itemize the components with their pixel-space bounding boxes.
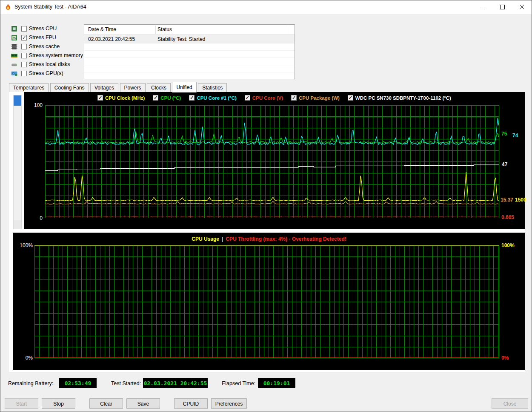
value-cpu-temp: 75 — [501, 131, 507, 137]
column-divider — [287, 26, 287, 34]
value-cpu-core1-temp: 74 — [512, 133, 518, 138]
maximize-button[interactable] — [492, 0, 512, 14]
stress-cache-label: Stress cache — [29, 43, 60, 49]
log-empty-row — [84, 43, 295, 51]
start-button[interactable]: Start — [5, 398, 38, 409]
legend-label-cpu-core1-temp: CPU Core #1 (°C) — [197, 95, 236, 101]
stop-button[interactable]: Stop — [42, 398, 75, 409]
scrollbar-endcap — [14, 220, 21, 229]
log-empty-row — [84, 72, 295, 80]
stress-cpu-label: Stress CPU — [29, 26, 57, 32]
stress-gpu-label: Stress GPU(s) — [29, 70, 63, 76]
graph-scrollbar[interactable] — [13, 95, 22, 229]
close-icon — [520, 3, 524, 11]
save-button[interactable]: Save — [126, 398, 160, 409]
log-row[interactable]: 02.03.2021 20:42:55 Stability Test: Star… — [84, 35, 295, 43]
tab-clocks[interactable]: Clocks — [147, 83, 171, 92]
stress-cpu-checkbox[interactable] — [21, 26, 27, 32]
close-window-button[interactable] — [512, 0, 532, 14]
log-status: Stability Test: Started — [157, 36, 206, 42]
unified-axis-bottom: 0 — [30, 215, 43, 221]
elapsed-time-label: Elapsed Time: — [222, 380, 255, 386]
cpu-usage-graph: CPU Usage|CPU Throttling (max: 4%) - Ove… — [13, 233, 525, 370]
legend-cpu-clock: CPU Clock (MHz) — [97, 95, 145, 101]
log-empty-row — [84, 58, 295, 65]
unified-axis-top: 100 — [30, 102, 43, 108]
hard-disk-icon — [11, 61, 18, 68]
tab-powers[interactable]: Powers — [120, 83, 146, 92]
tab-voltages[interactable]: Voltages — [90, 83, 118, 92]
legend-cpu-temp: CPU (°C) — [153, 95, 181, 101]
stress-fpu-label: Stress FPU — [29, 35, 56, 40]
cpu-chip-icon — [11, 25, 18, 32]
clear-button[interactable]: Clear — [89, 398, 123, 409]
minimize-icon — [481, 3, 485, 11]
event-log-table: Date & Time Status 02.03.2021 20:42:55 S… — [84, 24, 295, 79]
usage-axis-bottom-left: 0% — [18, 355, 33, 361]
graph-tabs: Temperatures Cooling Fans Voltages Power… — [9, 83, 226, 92]
usage-axis-top-left: 100% — [18, 242, 33, 248]
minimize-button[interactable] — [473, 0, 492, 14]
cpuid-button[interactable]: CPUID — [174, 398, 208, 409]
stress-disks-label: Stress local disks — [29, 61, 70, 67]
column-header-status: Status — [157, 26, 172, 32]
stress-cache-row: Stress cache — [11, 43, 60, 50]
column-header-datetime: Date & Time — [88, 26, 116, 32]
legend-label-cpu-clock: CPU Clock (MHz) — [105, 95, 145, 101]
legend-label-cpu-core-voltage: CPU Core (V) — [252, 95, 283, 101]
cpu-usage-title: CPU Usage|CPU Throttling (max: 4%) - Ove… — [13, 236, 525, 242]
stress-gpu-row: Stress GPU(s) — [11, 69, 63, 77]
legend-cpu-package: CPU Package (W) — [291, 95, 340, 101]
stress-disks-checkbox[interactable] — [21, 62, 27, 67]
tab-cooling-fans[interactable]: Cooling Fans — [50, 83, 89, 92]
flame-icon — [5, 4, 11, 11]
stress-disks-row: Stress local disks — [11, 61, 70, 68]
fpu-chip-icon: % — [11, 34, 18, 41]
maximize-icon — [500, 3, 505, 11]
graph-legend: CPU Clock (MHz) CPU (°C) CPU Core #1 (°C… — [24, 95, 525, 101]
cpu-throttling-warning: CPU Throttling (max: 4%) - Overheating D… — [226, 236, 346, 242]
legend-label-cpu-temp: CPU (°C) — [160, 95, 181, 101]
stress-memory-label: Stress system memory — [29, 52, 83, 58]
stress-memory-row: Stress system memory — [11, 52, 83, 59]
app-window: System Stability Test - AIDA64 Stress CP… — [0, 0, 532, 412]
column-divider — [155, 26, 156, 34]
stress-cpu-row: Stress CPU — [11, 25, 57, 32]
value-cpu-package: 15.37 — [501, 197, 513, 203]
value-wdc-temp: 47 — [502, 161, 507, 167]
legend-cpu-core1-temp: CPU Core #1 (°C) — [189, 95, 236, 101]
legend-checkbox-cpu-package[interactable] — [291, 95, 297, 101]
tab-unified[interactable]: Unified — [172, 82, 196, 92]
remaining-battery-value: 02:53:49 — [59, 378, 97, 388]
legend-checkbox-cpu-temp[interactable] — [153, 95, 158, 101]
legend-checkbox-cpu-clock[interactable] — [97, 95, 103, 101]
preferences-button[interactable]: Preferences — [211, 398, 247, 409]
unified-plot-area — [45, 105, 499, 218]
legend-checkbox-wdc-drive[interactable] — [348, 95, 353, 101]
legend-checkbox-cpu-core-voltage[interactable] — [245, 95, 250, 101]
remaining-battery-label: Remaining Battery: — [8, 380, 53, 386]
svg-text:%: % — [13, 36, 16, 40]
close-button[interactable]: Close — [492, 398, 528, 409]
value-cpu-clock: 1500 — [515, 197, 526, 203]
event-log-header: Date & Time Status — [84, 25, 295, 35]
stress-fpu-checkbox[interactable] — [21, 35, 27, 40]
stress-gpu-checkbox[interactable] — [21, 71, 27, 76]
title-separator: | — [219, 236, 226, 242]
legend-wdc-drive: WDC PC SN730 SDBPNTY-1T00-1102 (°C) — [348, 95, 451, 101]
cache-chip-icon — [11, 43, 18, 50]
memory-module-icon — [11, 52, 18, 59]
title-bar: System Stability Test - AIDA64 — [0, 0, 532, 14]
stress-memory-checkbox[interactable] — [21, 53, 27, 58]
usage-axis-top-right: 100% — [501, 242, 515, 248]
log-empty-row — [84, 65, 295, 72]
legend-label-cpu-package: CPU Package (W) — [299, 95, 340, 101]
window-title: System Stability Test - AIDA64 — [14, 4, 86, 10]
stress-cache-checkbox[interactable] — [21, 44, 27, 49]
legend-checkbox-cpu-core1-temp[interactable] — [189, 95, 194, 101]
tab-temperatures[interactable]: Temperatures — [9, 83, 49, 92]
usage-plot-area — [34, 245, 499, 358]
scrollbar-thumb[interactable] — [14, 95, 21, 106]
tab-statistics[interactable]: Statistics — [198, 83, 227, 92]
usage-axis-bottom-right: 0% — [501, 355, 509, 361]
